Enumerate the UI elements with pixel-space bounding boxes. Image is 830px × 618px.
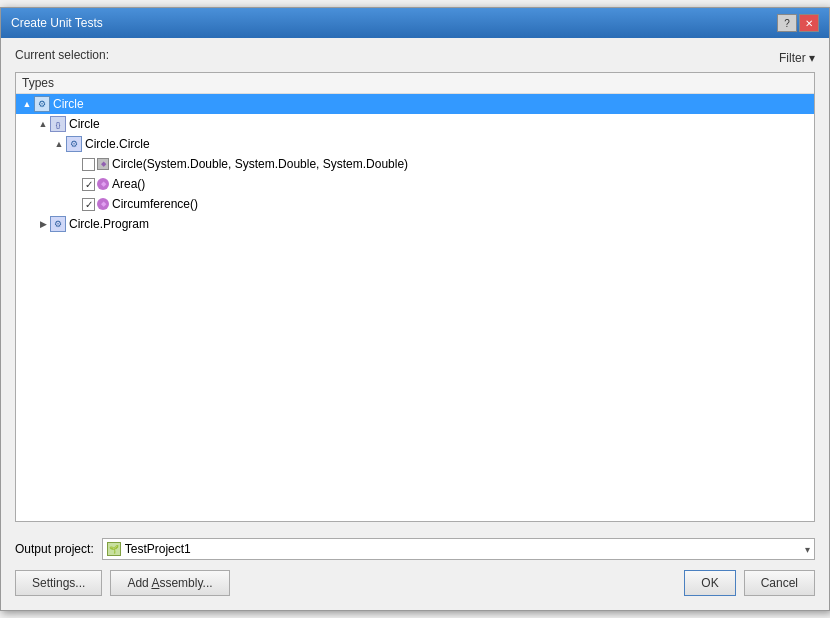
namespace-icon-circle [50, 116, 66, 132]
help-button[interactable]: ? [777, 14, 797, 32]
expand-icon-circle-class[interactable]: ▲ [52, 137, 66, 151]
filter-button[interactable]: Filter ▾ [779, 51, 815, 65]
settings-button[interactable]: Settings... [15, 570, 102, 596]
dialog-title: Create Unit Tests [11, 16, 103, 30]
constructor-icon [97, 158, 109, 170]
tree-item-label-circumference: Circumference() [112, 197, 198, 211]
method-icon-area [97, 178, 109, 190]
bottom-section: Output project: 🌱 TestProject1 ▾ Setting… [15, 532, 815, 600]
tree-row-circle-circumference[interactable]: Circumference() [16, 194, 814, 214]
tree-row-circle-project[interactable]: ▲ Circle [16, 94, 814, 114]
checkbox-area[interactable] [82, 178, 95, 191]
project-icon-output: 🌱 [107, 542, 121, 556]
tree-row-circle-namespace[interactable]: ▲ Circle [16, 114, 814, 134]
class-icon-program [50, 216, 66, 232]
expand-icon-constructor [68, 157, 82, 171]
dialog-body: Current selection: Filter ▾ Types ▲ Circ… [1, 38, 829, 610]
tree-row-circle-class[interactable]: ▲ Circle.Circle [16, 134, 814, 154]
types-tree-panel[interactable]: Types ▲ Circle ▲ Circle ▲ Circle.Circle [15, 72, 815, 522]
tree-item-label-circle-class: Circle.Circle [85, 137, 150, 151]
types-label: Types [16, 73, 814, 94]
method-icon-circumference [97, 198, 109, 210]
create-unit-tests-dialog: Create Unit Tests ? ✕ Current selection:… [0, 7, 830, 611]
title-bar: Create Unit Tests ? ✕ [1, 8, 829, 38]
tree-item-label-area: Area() [112, 177, 145, 191]
tree-row-circle-constructor[interactable]: Circle(System.Double, System.Double, Sys… [16, 154, 814, 174]
project-icon-circle [34, 96, 50, 112]
class-icon-circle [66, 136, 82, 152]
checkbox-constructor[interactable] [82, 158, 95, 171]
tree-row-circle-area[interactable]: Area() [16, 174, 814, 194]
expand-icon-circle-program[interactable]: ▶ [36, 217, 50, 231]
expand-icon-area [68, 177, 82, 191]
tree-item-label-circle-project: Circle [53, 97, 84, 111]
expand-icon-circle-namespace[interactable]: ▲ [36, 117, 50, 131]
current-selection-label: Current selection: [15, 48, 109, 62]
tree-item-label-circle-namespace: Circle [69, 117, 100, 131]
output-combo-text: 🌱 TestProject1 [107, 542, 191, 556]
output-project-value: TestProject1 [125, 542, 191, 556]
tree-item-label-constructor: Circle(System.Double, System.Double, Sys… [112, 157, 408, 171]
tree-item-label-circle-program: Circle.Program [69, 217, 149, 231]
output-project-label: Output project: [15, 542, 94, 556]
cancel-button[interactable]: Cancel [744, 570, 815, 596]
expand-icon-circle-project[interactable]: ▲ [20, 97, 34, 111]
combo-arrow-icon: ▾ [805, 544, 810, 555]
output-project-combo[interactable]: 🌱 TestProject1 ▾ [102, 538, 815, 560]
close-button[interactable]: ✕ [799, 14, 819, 32]
expand-icon-circumference [68, 197, 82, 211]
add-assembly-button[interactable]: Add Assembly... [110, 570, 229, 596]
title-bar-buttons: ? ✕ [777, 14, 819, 32]
tree-row-circle-program[interactable]: ▶ Circle.Program [16, 214, 814, 234]
checkbox-circumference[interactable] [82, 198, 95, 211]
output-project-row: Output project: 🌱 TestProject1 ▾ [15, 538, 815, 560]
ok-button[interactable]: OK [684, 570, 735, 596]
button-row: Settings... Add Assembly... OK Cancel [15, 570, 815, 596]
